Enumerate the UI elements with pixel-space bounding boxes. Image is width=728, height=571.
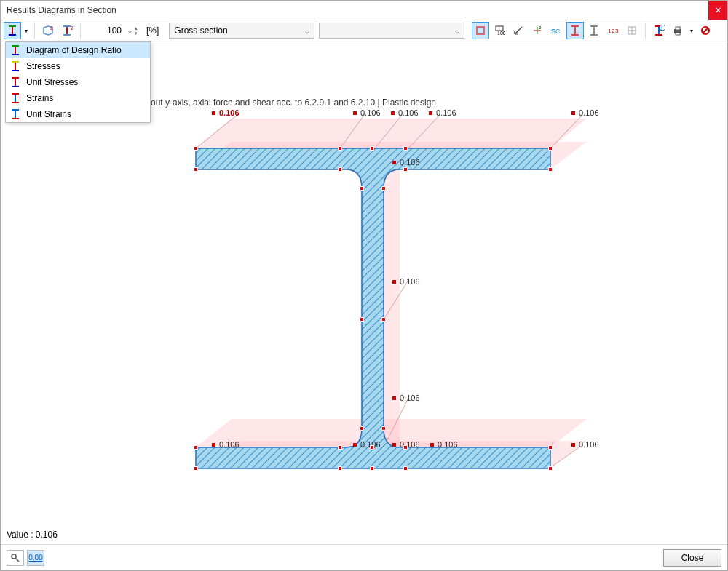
key-button[interactable] bbox=[7, 550, 24, 566]
value-annotation: 0.106 bbox=[400, 158, 420, 167]
stress-point-node bbox=[370, 466, 374, 471]
annotation-marker bbox=[429, 111, 432, 115]
window-close-button[interactable]: ✕ bbox=[708, 1, 727, 20]
stress-point-node bbox=[381, 426, 386, 431]
annotation-marker bbox=[353, 111, 357, 115]
stress-point-node bbox=[194, 146, 198, 151]
menu-item-design-ratio[interactable]: Diagram of Design Ratio bbox=[6, 42, 150, 58]
menu-item-unit-stresses[interactable]: Unit Stresses bbox=[6, 74, 150, 90]
diagram-type-menu: Diagram of Design Ratio Stresses Unit St… bbox=[5, 41, 151, 123]
i-section-icon bbox=[10, 93, 20, 103]
show-axes-button[interactable] bbox=[510, 22, 527, 39]
menu-label: Strains bbox=[26, 93, 53, 103]
value-annotation: 0.106 bbox=[400, 277, 420, 286]
status-label: Value : bbox=[7, 530, 33, 540]
stress-point-node bbox=[403, 167, 408, 172]
section-view-button[interactable]: 2 bbox=[58, 22, 76, 39]
svg-rect-30 bbox=[676, 27, 680, 30]
i-section-icon bbox=[10, 77, 20, 87]
svg-text:2: 2 bbox=[71, 25, 73, 31]
svg-rect-31 bbox=[676, 33, 680, 35]
value-annotation: 0.106 bbox=[579, 108, 599, 117]
show-ibeam-button[interactable] bbox=[585, 22, 603, 39]
stress-point-node bbox=[370, 146, 374, 151]
stress-point-node bbox=[370, 445, 374, 450]
zoom-spinner[interactable]: ▴▾ bbox=[135, 25, 145, 36]
stress-point-node bbox=[548, 466, 553, 471]
svg-line-33 bbox=[703, 28, 708, 33]
svg-text:100: 100 bbox=[497, 31, 505, 36]
show-stress-points-button[interactable] bbox=[566, 22, 584, 39]
menu-item-stresses[interactable]: Stresses bbox=[6, 58, 150, 74]
svg-text:!: ! bbox=[661, 25, 662, 31]
i-section-icon bbox=[10, 109, 20, 119]
stress-point-node bbox=[194, 167, 198, 172]
stress-point-node bbox=[194, 466, 198, 471]
stress-point-node bbox=[548, 167, 553, 172]
stress-point-node bbox=[360, 317, 364, 322]
stress-point-node bbox=[403, 466, 408, 471]
value-annotation: 0.106 bbox=[400, 394, 420, 402]
show-shear-center-button[interactable]: SC bbox=[547, 22, 565, 39]
show-principal-axes-button[interactable]: 2 bbox=[529, 22, 546, 39]
combo-label: Gross section bbox=[174, 25, 227, 36]
diagram-type-dropdown-arrow[interactable]: ▾ bbox=[23, 22, 30, 39]
annotation-marker bbox=[392, 443, 396, 447]
toolbar: ▾ 2 2 100 ⌵ ▴▾ [%] Gross section ⌵ ⌵ 100… bbox=[1, 20, 727, 41]
diagram-type-button[interactable] bbox=[4, 22, 21, 39]
iso-view-button[interactable]: 2 bbox=[39, 22, 57, 39]
section-type-combo[interactable]: Gross section ⌵ bbox=[169, 23, 314, 39]
stress-point-node bbox=[338, 167, 342, 172]
value-annotation: 0.106 bbox=[438, 440, 458, 449]
decimals-button[interactable]: 0,00 bbox=[27, 550, 44, 566]
i-section-icon bbox=[10, 61, 20, 71]
status-bar: Value : 0.106 bbox=[7, 530, 58, 540]
annotation-marker bbox=[392, 396, 396, 400]
value-annotation: 0.106 bbox=[219, 108, 240, 117]
annotation-marker bbox=[430, 443, 434, 447]
stress-point-node bbox=[381, 317, 386, 322]
stress-point-node bbox=[403, 445, 408, 450]
chevron-down-icon: ⌵ bbox=[305, 27, 309, 35]
svg-text:2: 2 bbox=[539, 25, 542, 30]
stress-point-node bbox=[548, 146, 553, 151]
svg-line-70 bbox=[15, 558, 19, 562]
print-dropdown-arrow[interactable]: ▾ bbox=[688, 22, 695, 39]
annotation-marker bbox=[391, 111, 395, 115]
svg-text:3: 3 bbox=[615, 28, 619, 34]
stress-point-node bbox=[403, 146, 408, 151]
close-button[interactable]: Close bbox=[663, 549, 721, 567]
extreme-values-button[interactable]: ! bbox=[650, 22, 668, 39]
show-section-outline-button[interactable] bbox=[472, 22, 489, 39]
value-annotation: 0.106 bbox=[398, 108, 419, 117]
secondary-combo[interactable]: ⌵ bbox=[319, 23, 464, 39]
menu-label: Unit Stresses bbox=[26, 77, 78, 87]
show-grid-button[interactable] bbox=[623, 22, 641, 39]
zoom-unit: [%] bbox=[146, 25, 159, 36]
stress-point-node bbox=[338, 445, 342, 450]
stress-point-node bbox=[360, 186, 364, 191]
show-numbering-button[interactable]: 123 bbox=[604, 22, 622, 39]
chevron-down-icon: ⌵ bbox=[455, 27, 459, 35]
svg-text:2: 2 bbox=[50, 25, 53, 31]
annotation-marker bbox=[353, 443, 357, 447]
stress-point-node bbox=[381, 186, 386, 191]
i-section-icon bbox=[10, 45, 20, 55]
annotation-marker bbox=[212, 443, 215, 447]
menu-label: Diagram of Design Ratio bbox=[26, 45, 122, 55]
value-annotation: 0.106 bbox=[436, 108, 456, 117]
menu-item-strains[interactable]: Strains bbox=[6, 90, 150, 106]
annotation-marker bbox=[571, 111, 575, 115]
zoom-value: 100 bbox=[88, 25, 124, 36]
print-button[interactable] bbox=[669, 22, 687, 39]
zoom-dropdown-arrow[interactable]: ⌵ bbox=[126, 22, 133, 39]
stress-point-node bbox=[338, 466, 342, 471]
annotation-marker bbox=[571, 443, 575, 447]
status-value: 0.106 bbox=[36, 530, 58, 540]
stress-point-node bbox=[194, 445, 198, 450]
reset-view-button[interactable] bbox=[697, 22, 714, 39]
stress-point-node bbox=[338, 146, 342, 151]
menu-label: Stresses bbox=[26, 61, 60, 71]
show-dimensions-button[interactable]: 100 bbox=[491, 22, 508, 39]
menu-item-unit-strains[interactable]: Unit Strains bbox=[6, 106, 150, 122]
